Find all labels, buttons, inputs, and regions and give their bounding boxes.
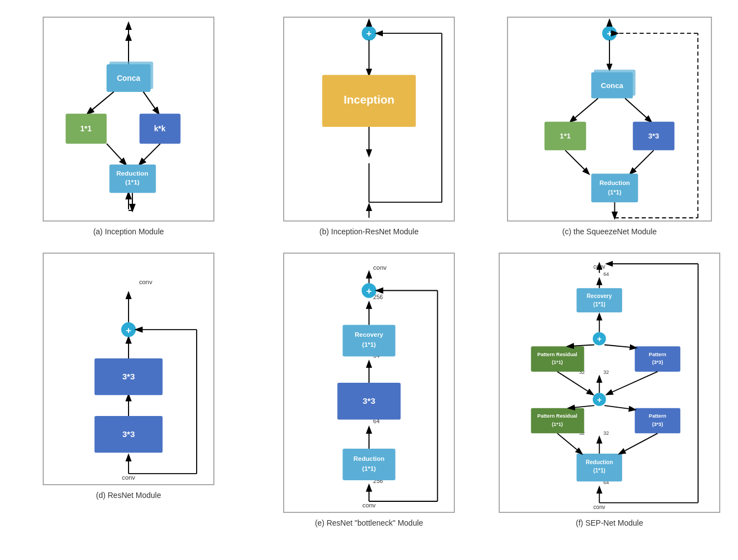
svg-text:3*3: 3*3 bbox=[363, 396, 376, 405]
svg-line-127 bbox=[557, 372, 593, 394]
svg-text:Pattern Residual: Pattern Residual bbox=[537, 413, 577, 419]
svg-text:(1*1): (1*1) bbox=[593, 301, 606, 307]
svg-rect-132 bbox=[577, 288, 622, 312]
svg-rect-117 bbox=[531, 346, 584, 372]
svg-text:Pattern: Pattern bbox=[649, 352, 667, 357]
module-a: Conca 1*1 k*k Reduction (1*1) bbox=[11, 11, 246, 242]
svg-text:32: 32 bbox=[603, 430, 609, 436]
svg-text:(1*1): (1*1) bbox=[608, 189, 622, 196]
svg-text:3*3: 3*3 bbox=[122, 429, 135, 439]
svg-text:conv: conv bbox=[593, 504, 605, 510]
diagram-a-svg: Conca 1*1 k*k Reduction (1*1) bbox=[44, 18, 213, 220]
svg-line-7 bbox=[88, 92, 114, 114]
svg-text:+: + bbox=[366, 28, 372, 39]
svg-line-39 bbox=[571, 98, 598, 121]
svg-text:conv: conv bbox=[362, 502, 376, 508]
svg-text:Pattern Residual: Pattern Residual bbox=[537, 352, 577, 357]
module-d: conv 3*3 3*3 + conv bbox=[11, 247, 246, 533]
svg-text:Reduction: Reduction bbox=[599, 179, 630, 186]
svg-text:conv: conv bbox=[122, 474, 135, 481]
module-b: + Inception bbox=[252, 11, 486, 242]
module-f: conv 64 Reduction (1*1) 32 32 Pattern Re… bbox=[492, 247, 727, 533]
svg-text:Recovery: Recovery bbox=[355, 331, 383, 338]
caption-d: (d) ResNet Module bbox=[96, 491, 161, 500]
svg-line-113 bbox=[619, 433, 658, 454]
svg-text:(1*1): (1*1) bbox=[362, 465, 376, 472]
svg-rect-102 bbox=[531, 408, 584, 434]
svg-text:Reduction: Reduction bbox=[116, 169, 148, 177]
svg-line-128 bbox=[607, 372, 657, 394]
svg-text:k*k: k*k bbox=[154, 124, 166, 133]
svg-rect-47 bbox=[591, 174, 638, 203]
svg-text:3*3: 3*3 bbox=[122, 372, 135, 381]
svg-text:1*1: 1*1 bbox=[80, 124, 92, 133]
diagram-f-svg: conv 64 Reduction (1*1) 32 32 Pattern Re… bbox=[500, 254, 719, 512]
svg-text:Reduction: Reduction bbox=[353, 455, 385, 462]
svg-line-46 bbox=[631, 150, 654, 173]
svg-text:64: 64 bbox=[603, 271, 609, 277]
svg-rect-72 bbox=[342, 449, 395, 480]
svg-text:+: + bbox=[597, 395, 602, 404]
caption-e: (e) ResNet "bottleneck" Module bbox=[315, 518, 423, 527]
svg-text:+: + bbox=[607, 28, 612, 39]
svg-text:Recovery: Recovery bbox=[587, 293, 612, 299]
svg-line-111 bbox=[604, 405, 635, 409]
svg-line-110 bbox=[569, 405, 594, 408]
caption-f: (f) SEP-Net Module bbox=[576, 518, 643, 527]
svg-line-112 bbox=[557, 433, 582, 454]
svg-line-40 bbox=[625, 98, 651, 121]
svg-text:(3*3): (3*3) bbox=[652, 422, 663, 427]
svg-line-126 bbox=[604, 345, 636, 347]
svg-text:(3*3): (3*3) bbox=[652, 359, 663, 365]
svg-text:3*3: 3*3 bbox=[648, 132, 659, 140]
caption-c: (c) the SqueezeNet Module bbox=[562, 227, 657, 236]
svg-text:+: + bbox=[597, 335, 602, 343]
svg-rect-105 bbox=[635, 408, 680, 434]
svg-line-13 bbox=[107, 143, 126, 165]
svg-rect-81 bbox=[342, 325, 395, 356]
svg-text:(1*1): (1*1) bbox=[593, 467, 606, 474]
svg-text:+: + bbox=[366, 286, 372, 296]
svg-line-45 bbox=[565, 150, 588, 173]
svg-text:(1*1): (1*1) bbox=[552, 422, 563, 427]
svg-point-139 bbox=[599, 279, 600, 280]
svg-text:Reduction: Reduction bbox=[586, 459, 613, 465]
svg-line-8 bbox=[144, 92, 159, 114]
svg-text:Pattern: Pattern bbox=[649, 413, 667, 419]
svg-text:(1*1): (1*1) bbox=[125, 178, 140, 186]
svg-text:Inception: Inception bbox=[344, 93, 394, 106]
svg-line-125 bbox=[568, 345, 594, 346]
diagram-d-svg: conv 3*3 3*3 + conv bbox=[44, 254, 213, 484]
svg-text:Conca: Conca bbox=[117, 74, 140, 83]
diagram-b-svg: + Inception bbox=[284, 18, 454, 220]
svg-text:32: 32 bbox=[603, 369, 609, 375]
svg-text:(1*1): (1*1) bbox=[362, 341, 376, 348]
module-c: + Conca 1*1 3*3 bbox=[492, 11, 727, 242]
svg-text:Conca: Conca bbox=[601, 81, 624, 90]
caption-b: (b) Inception-ResNet Module bbox=[320, 227, 419, 236]
svg-text:(1*1): (1*1) bbox=[552, 359, 563, 365]
caption-a: (a) Inception Module bbox=[93, 227, 164, 236]
svg-text:conv: conv bbox=[373, 264, 387, 271]
svg-text:conv: conv bbox=[139, 279, 152, 285]
svg-text:+: + bbox=[126, 325, 131, 336]
svg-text:1*1: 1*1 bbox=[560, 132, 571, 140]
module-e: conv 256 Reduction (1*1) 64 3*3 bbox=[252, 247, 486, 533]
diagram-c-svg: + Conca 1*1 3*3 bbox=[508, 18, 711, 220]
svg-rect-120 bbox=[635, 346, 680, 372]
svg-line-14 bbox=[140, 143, 161, 165]
diagram-e-svg: conv 256 Reduction (1*1) 64 3*3 bbox=[284, 254, 454, 512]
